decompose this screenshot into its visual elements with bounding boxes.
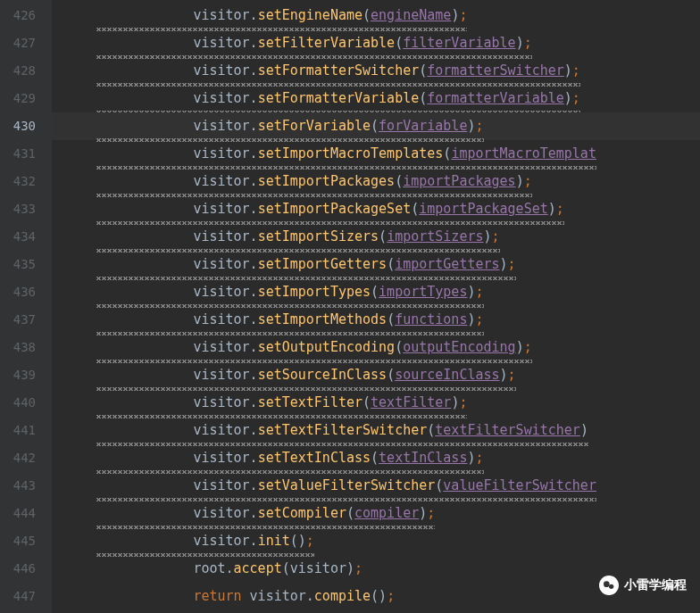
- watermark: 小雷学编程: [599, 576, 687, 595]
- wechat-icon: [599, 576, 619, 595]
- code-line[interactable]: visitor.setSourceInClass(sourceInClass);: [52, 361, 700, 389]
- token-punct: ): [580, 422, 588, 438]
- line-number: 428: [0, 57, 52, 85]
- token-punct: .: [250, 201, 258, 217]
- warning-underline: visitor.setFormatterSwitcher(formatterSw…: [96, 57, 580, 87]
- code-editor[interactable]: 4264274284294304314324334344354364374384…: [0, 0, 700, 613]
- token-punct: (): [371, 588, 387, 604]
- warning-underline: visitor.setTextFilterSwitcher(textFilter…: [96, 417, 588, 446]
- warning-underline: visitor.setOutputEncoding(outputEncoding…: [96, 334, 532, 363]
- token-semi: ;: [475, 450, 483, 466]
- token-semi: ;: [572, 90, 580, 106]
- token-method: setValueFilterSwitcher: [258, 477, 436, 493]
- token-semi: ;: [306, 533, 314, 549]
- line-number: 434: [0, 223, 52, 251]
- token-semi: ;: [524, 339, 532, 355]
- line-number: 426: [0, 2, 52, 29]
- token-punct: .: [250, 450, 258, 466]
- line-number: 429: [0, 85, 52, 112]
- line-number: 442: [0, 444, 52, 472]
- code-line[interactable]: visitor.setEngineName(engineName);: [52, 2, 700, 29]
- token-param: importPackageSet: [419, 201, 548, 217]
- warning-underline: visitor.setImportSizers(importSizers);: [96, 223, 500, 253]
- token-punct: ): [419, 505, 427, 521]
- token-method: setOutputEncoding: [258, 339, 396, 355]
- token-punct: (: [371, 118, 379, 134]
- token-method: compile: [314, 588, 371, 604]
- code-line[interactable]: visitor.setForVariable(forVariable);: [52, 112, 700, 140]
- warning-underline: visitor.setFormatterVariable(formatterVa…: [96, 85, 580, 114]
- code-line[interactable]: visitor.setOutputEncoding(outputEncoding…: [52, 334, 700, 361]
- code-line[interactable]: visitor.setImportPackages(importPackages…: [52, 168, 700, 195]
- token-punct: (: [419, 90, 427, 106]
- line-number: 439: [0, 361, 52, 389]
- line-number: 446: [0, 555, 52, 583]
- code-line[interactable]: visitor.setFilterVariable(filterVariable…: [52, 29, 700, 57]
- token-param: importPackages: [403, 173, 515, 189]
- line-number: 447: [0, 583, 52, 610]
- token-punct: (: [371, 284, 379, 300]
- code-line[interactable]: visitor.setFormatterVariable(formatterVa…: [52, 85, 700, 112]
- code-line[interactable]: visitor.setCompiler(compiler);: [52, 500, 700, 527]
- token-object: visitor: [242, 588, 306, 604]
- token-param: textInClass: [379, 450, 467, 466]
- warning-underline: visitor.setTextInClass(textInClass);: [96, 444, 484, 474]
- line-number: 433: [0, 195, 52, 223]
- token-method: setImportGetters: [258, 256, 388, 272]
- token-method: setImportSizers: [258, 228, 379, 244]
- code-line[interactable]: visitor.setTextFilterSwitcher(textFilter…: [52, 417, 700, 444]
- token-punct: ): [516, 173, 524, 189]
- token-param: functions: [395, 311, 467, 327]
- warning-underline: visitor.setImportGetters(importGetters);: [96, 251, 516, 280]
- token-punct: (: [346, 505, 354, 521]
- token-punct: ): [548, 201, 556, 217]
- token-punct: ): [500, 367, 508, 383]
- token-object: visitor: [193, 90, 249, 106]
- line-number: 435: [0, 251, 52, 278]
- token-punct: ): [484, 228, 492, 244]
- token-object: visitor: [193, 311, 249, 327]
- token-punct: (: [362, 394, 371, 410]
- code-line[interactable]: visitor.setTextFilter(textFilter);: [52, 389, 700, 417]
- code-line[interactable]: visitor.setImportGetters(importGetters);: [52, 251, 700, 278]
- token-object: visitor: [193, 228, 249, 244]
- code-line[interactable]: visitor.setFormatterSwitcher(formatterSw…: [52, 57, 700, 85]
- line-number: 437: [0, 306, 52, 334]
- token-punct: (: [371, 450, 379, 466]
- token-punct: .: [250, 394, 258, 410]
- token-punct: .: [250, 367, 258, 383]
- warning-underline: visitor.init();: [96, 527, 314, 557]
- token-punct: ): [516, 35, 524, 51]
- line-number: 441: [0, 417, 52, 444]
- token-object: visitor: [290, 560, 346, 576]
- token-param: formatterVariable: [427, 90, 564, 106]
- token-object: visitor: [193, 284, 249, 300]
- token-semi: ;: [556, 201, 564, 217]
- token-punct: (: [395, 339, 403, 355]
- token-punct: .: [306, 588, 314, 604]
- warning-underline: visitor.setImportMethods(functions);: [96, 306, 484, 335]
- token-punct: (: [362, 7, 371, 23]
- token-method: init: [258, 533, 290, 549]
- code-line[interactable]: visitor.setImportMethods(functions);: [52, 306, 700, 334]
- token-punct: ): [500, 256, 508, 272]
- token-method: setEngineName: [258, 7, 362, 23]
- code-line[interactable]: visitor.setTextInClass(textInClass);: [52, 444, 700, 472]
- token-method: setImportMethods: [258, 311, 388, 327]
- token-punct: (): [290, 533, 306, 549]
- warning-underline: visitor.setForVariable(forVariable);: [96, 112, 484, 142]
- token-punct: .: [250, 339, 258, 355]
- code-line[interactable]: visitor.setImportSizers(importSizers);: [52, 223, 700, 251]
- warning-underline: visitor.setImportPackages(importPackages…: [96, 168, 532, 197]
- code-line[interactable]: visitor.setValueFilterSwitcher(valueFilt…: [52, 472, 700, 500]
- code-line[interactable]: visitor.setImportTypes(importTypes);: [52, 278, 700, 306]
- code-line[interactable]: visitor.setImportMacroTemplates(importMa…: [52, 140, 700, 168]
- token-semi: ;: [475, 118, 483, 134]
- code-line[interactable]: visitor.init();: [52, 527, 700, 555]
- warning-underline: visitor.setValueFilterSwitcher(valueFilt…: [96, 472, 596, 501]
- token-method: setFormatterVariable: [258, 90, 420, 106]
- token-semi: ;: [508, 256, 516, 272]
- token-method: setTextFilterSwitcher: [258, 422, 428, 438]
- code-area[interactable]: visitor.setEngineName(engineName); visit…: [52, 0, 700, 613]
- code-line[interactable]: visitor.setImportPackageSet(importPackag…: [52, 195, 700, 223]
